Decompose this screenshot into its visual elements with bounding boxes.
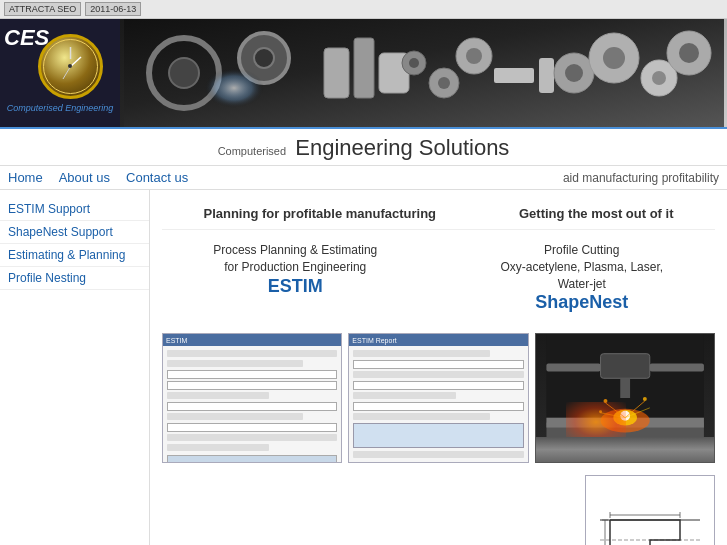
win-input	[167, 381, 337, 390]
sidebar-item-nesting[interactable]: Profile Nesting	[0, 267, 149, 290]
shapenest-product-col: Profile Cutting Oxy-acetylene, Plasma, L…	[449, 242, 716, 313]
site-prefix: Computerised	[218, 145, 286, 157]
svg-point-42	[643, 397, 647, 401]
svg-point-6	[169, 58, 199, 88]
svg-point-14	[409, 58, 419, 68]
svg-point-18	[466, 48, 482, 64]
date-badge: 2011-06-13	[85, 2, 141, 16]
svg-point-8	[254, 48, 274, 68]
svg-point-34	[600, 409, 649, 433]
svg-point-35	[613, 410, 637, 426]
win-input	[167, 370, 337, 379]
win-titlebar-2: ESTIM Report	[349, 334, 527, 346]
svg-point-24	[603, 47, 625, 69]
win-row	[167, 360, 303, 367]
products-row: Process Planning & Estimating for Produc…	[162, 230, 715, 325]
header-planning: Planning for profitable manufacturing	[203, 206, 436, 221]
content: Planning for profitable manufacturing Ge…	[150, 190, 727, 545]
svg-rect-45	[649, 364, 703, 372]
svg-rect-46	[590, 480, 710, 545]
win-row	[353, 392, 455, 399]
laser-svg	[536, 334, 714, 462]
svg-point-28	[679, 43, 699, 63]
svg-point-41	[603, 399, 607, 403]
estim-product-col: Process Planning & Estimating for Produc…	[162, 242, 429, 313]
svg-point-43	[599, 411, 602, 414]
svg-point-16	[438, 77, 450, 89]
laser-photo	[535, 333, 715, 463]
engineering-word: Engineering	[295, 135, 412, 160]
header-getting: Getting the most out of it	[519, 206, 674, 221]
shapenest-desc-line2: Oxy-acetylene, Plasma, Laser,	[449, 259, 716, 276]
win-input	[353, 360, 523, 369]
nav-home[interactable]: Home	[8, 170, 43, 185]
svg-line-2	[70, 57, 81, 67]
svg-rect-11	[354, 38, 374, 98]
win-input	[353, 381, 523, 390]
nav-contact[interactable]: Contact us	[126, 170, 188, 185]
svg-point-36	[620, 411, 630, 421]
shapenest-sketch-svg	[590, 480, 710, 545]
site-main-title: Engineering Solutions	[289, 135, 509, 160]
win-row	[353, 350, 489, 357]
estim-screenshot-2: ESTIM Report	[348, 333, 528, 463]
win-row	[353, 451, 523, 458]
svg-rect-19	[494, 68, 534, 83]
win-input	[353, 402, 523, 411]
top-bar: ATTRACTA SEO 2011-06-13	[0, 0, 727, 19]
win-titlebar-1: ESTIM	[163, 334, 341, 346]
site-title-bar: Computerised Engineering Solutions	[0, 129, 727, 166]
svg-rect-33	[620, 379, 630, 399]
win-input	[167, 423, 337, 432]
win-body-2	[349, 346, 527, 462]
win-row	[353, 413, 489, 420]
shapenest-desc-line1: Profile Cutting	[449, 242, 716, 259]
win-title-2-label: ESTIM Report	[352, 337, 396, 344]
win-input	[167, 402, 337, 411]
svg-point-26	[652, 71, 666, 85]
banner-image	[120, 19, 727, 127]
win-row	[167, 392, 269, 399]
svg-point-9	[204, 68, 264, 108]
header: CES Computerised Engineering	[0, 19, 727, 129]
nav-about[interactable]: About us	[59, 170, 110, 185]
win-row	[167, 413, 303, 420]
svg-rect-31	[546, 418, 704, 428]
estim-desc-line2: for Production Engineering	[162, 259, 429, 276]
win-row	[167, 434, 337, 441]
seo-badge: ATTRACTA SEO	[4, 2, 81, 16]
nav-tagline: aid manufacturing profitability	[563, 171, 719, 185]
content-header-two: Planning for profitable manufacturing Ge…	[162, 198, 715, 230]
nav-bar: Home About us Contact us aid manufacturi…	[0, 166, 727, 190]
win-button-row	[167, 455, 337, 463]
logo-tagline: Computerised Engineering	[7, 103, 114, 113]
svg-rect-20	[539, 58, 554, 93]
sidebar-item-estim[interactable]: ESTIM Support	[0, 198, 149, 221]
screenshots-row: ESTIM ESTIM	[162, 325, 715, 471]
logo-watch-image	[38, 34, 103, 99]
svg-rect-32	[600, 354, 649, 379]
svg-line-3	[63, 66, 71, 79]
svg-rect-44	[546, 364, 600, 372]
estim-product-name[interactable]: ESTIM	[162, 276, 429, 297]
shapenest-sketch-area	[162, 471, 715, 545]
win-table	[353, 423, 523, 448]
banner-svg	[124, 19, 724, 127]
shapenest-desc-line3: Water-jet	[449, 276, 716, 293]
svg-rect-30	[546, 423, 704, 462]
svg-line-37	[605, 403, 625, 418]
svg-rect-10	[324, 48, 349, 98]
svg-point-22	[565, 64, 583, 82]
shapenest-sketch	[585, 475, 715, 545]
svg-line-39	[600, 413, 625, 418]
main-layout: ESTIM Support ShapeNest Support Estimati…	[0, 190, 727, 545]
logo-area: CES Computerised Engineering	[0, 19, 120, 127]
win-row	[167, 444, 269, 451]
win-row	[167, 350, 337, 357]
shapenest-product-name[interactable]: ShapeNest	[449, 292, 716, 313]
estim-screenshot-1: ESTIM	[162, 333, 342, 463]
win-title-1-label: ESTIM	[166, 337, 187, 344]
win-row	[353, 371, 523, 378]
sidebar-item-estimating[interactable]: Estimating & Planning	[0, 244, 149, 267]
sidebar-item-shapenest[interactable]: ShapeNest Support	[0, 221, 149, 244]
